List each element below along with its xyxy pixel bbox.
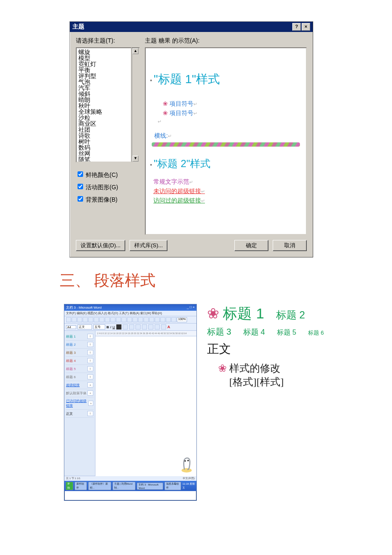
list-item[interactable]: 倾斜 bbox=[78, 91, 129, 97]
list-item[interactable]: 全球策略 bbox=[78, 109, 129, 115]
theme-dialog: 主题 ? × 请选择主题(T): 螺旋 模型 霓虹灯 平衡 评判型 bbox=[69, 21, 313, 257]
list-item[interactable]: 模型 bbox=[78, 55, 129, 61]
list-item[interactable]: 随笔 bbox=[78, 156, 129, 162]
example-body: 正文 bbox=[207, 341, 358, 357]
section-heading: 三、 段落样式 bbox=[60, 270, 392, 291]
list-item[interactable]: 丝网 bbox=[78, 150, 129, 156]
word-title: 文档 3 - Microsoft Word bbox=[66, 305, 101, 310]
sysbuttons-icon[interactable]: _ □ × bbox=[187, 305, 195, 310]
close-icon[interactable]: × bbox=[302, 23, 310, 31]
background-image-checkbox[interactable]: 背景图像(B) bbox=[76, 195, 140, 204]
style-library-button[interactable]: 样式库(S)... bbox=[130, 240, 167, 251]
list-item[interactable]: 数码 bbox=[78, 145, 129, 150]
document-area[interactable] bbox=[95, 336, 196, 476]
dialog-title: 主题 bbox=[72, 23, 84, 31]
ruler: 2 4 6 8 10 12 14 16 18 20 22 24 26 28 30… bbox=[95, 331, 196, 336]
clock: 11:19 星期五 bbox=[182, 482, 195, 490]
preview-heading1: "标题 1"样式 bbox=[150, 71, 302, 87]
style-path: [格式][样式] bbox=[229, 375, 358, 389]
theme-listbox[interactable]: 螺旋 模型 霓虹灯 平衡 评判型 气泡 汽车 倾斜 晴朗 秋叶 全球策略 沙粒 bbox=[76, 47, 132, 162]
return-icon: ↵ bbox=[158, 119, 302, 124]
svg-point-1 bbox=[184, 460, 186, 462]
example-h1: 标题 1 bbox=[207, 304, 264, 324]
preview-label: 主题 糖果 的示范(A): bbox=[145, 37, 307, 45]
checkbox-label: 活动图形(G) bbox=[86, 184, 118, 191]
style-item[interactable]: 标题 5 bbox=[66, 367, 76, 371]
style-item[interactable]: 标题 4 bbox=[66, 358, 76, 363]
select-theme-label: 请选择主题(T): bbox=[76, 37, 140, 45]
start-button[interactable]: 开始 bbox=[66, 482, 73, 490]
preview-visited-link: 访问过的超级链接 bbox=[153, 197, 201, 204]
svg-point-0 bbox=[182, 468, 192, 472]
font-color-icon[interactable]: A bbox=[167, 325, 170, 329]
example-h6: 标题 6 bbox=[308, 329, 324, 337]
help-icon[interactable]: ? bbox=[292, 23, 301, 31]
list-item[interactable]: 晴朗 bbox=[78, 97, 129, 103]
taskbar[interactable]: 开始 课件制作 《课件制作》课程... 主题 | 利用Word制... 文档 3… bbox=[64, 481, 196, 491]
svg-point-2 bbox=[187, 460, 189, 461]
word-menu[interactable]: 文件(F) 编辑(E) 视图(V) 插入(I) 格式(O) 工具(T) 表格(A… bbox=[64, 311, 196, 316]
list-item[interactable]: 平衡 bbox=[78, 67, 129, 73]
zoom-combo[interactable]: 100% bbox=[177, 317, 187, 322]
style-item[interactable]: 默认段落字体 bbox=[66, 391, 86, 396]
list-item[interactable]: 秋叶 bbox=[78, 103, 129, 109]
status-lang: 中文(中国) bbox=[183, 477, 195, 480]
list-item[interactable]: 汽车 bbox=[78, 85, 129, 91]
style-pane[interactable]: 标题 1≡ 标题 2≡ 标题 3≡ 标题 4≡ 标题 5≡ 标题 6≡ 超级链接… bbox=[64, 331, 95, 476]
style-item[interactable]: 标题 2 bbox=[66, 342, 76, 347]
style-item[interactable]: 已访问的超级链接 bbox=[66, 399, 88, 408]
cancel-button[interactable]: 取消 bbox=[273, 240, 307, 251]
style-item[interactable]: 标题 1 bbox=[66, 334, 76, 339]
list-item[interactable]: 树叶 bbox=[78, 139, 129, 145]
list-item[interactable]: 评判型 bbox=[78, 73, 129, 79]
example-h5: 标题 5 bbox=[277, 328, 296, 337]
preview-hr-label: 横线: bbox=[154, 132, 168, 139]
preview-heading2: "标题 2"样式 bbox=[150, 157, 302, 171]
heading-examples: 标题 1 标题 2 标题 3 标题 4 标题 5 标题 6 正文 样式的修改 [… bbox=[207, 304, 358, 501]
list-item[interactable]: 社团 bbox=[78, 127, 129, 133]
task-item[interactable]: 文档 3 - Microsoft Word bbox=[137, 483, 163, 490]
dialog-titlebar: 主题 ? × bbox=[70, 22, 313, 32]
task-item[interactable]: 课件制作 bbox=[75, 482, 87, 490]
size-combo[interactable]: 五号 bbox=[93, 324, 105, 330]
style-item[interactable]: 超级链接 bbox=[66, 383, 80, 387]
word-toolbar[interactable]: 100% bbox=[64, 316, 196, 324]
theme-preview: "标题 1"样式 项目符号↵ 项目符号↵ ↵ 横线:↵ "标题 2"样式 常规文… bbox=[145, 47, 307, 235]
style-a4-combo[interactable]: A4 bbox=[66, 325, 76, 329]
scroll-up-icon[interactable]: ▲ bbox=[133, 48, 138, 54]
ok-button[interactable]: 确定 bbox=[234, 240, 268, 251]
toolbar-icon[interactable] bbox=[66, 317, 71, 322]
style-item[interactable]: 标题 3 bbox=[66, 350, 76, 355]
task-item[interactable]: 主题 | 利用Word制... bbox=[112, 482, 136, 490]
scroll-down-icon[interactable]: ▼ bbox=[133, 156, 138, 162]
checkbox-label: 背景图像(B) bbox=[86, 196, 118, 203]
preview-unvisited-link: 未访问的超级链接 bbox=[153, 188, 201, 194]
preview-hr bbox=[152, 142, 300, 147]
list-item[interactable]: 沙粒 bbox=[78, 115, 129, 121]
word-format-toolbar[interactable]: A4 正文 五号 BIU A bbox=[64, 324, 196, 331]
task-item[interactable]: 瑞星杀毒软件 bbox=[164, 482, 181, 490]
animated-graphics-checkbox[interactable]: 活动图形(G) bbox=[76, 182, 140, 191]
set-default-button[interactable]: 设置默认值(D)... bbox=[76, 240, 125, 251]
scrollbar[interactable]: ▲ ▼ bbox=[132, 47, 140, 162]
word-screenshot: 文档 3 - Microsoft Word _ □ × 文件(F) 编辑(E) … bbox=[64, 304, 197, 501]
preview-normal-text: 常规文字示范 bbox=[153, 178, 189, 185]
style-item[interactable]: 标题 6 bbox=[66, 375, 76, 379]
checkbox-label: 鲜艳颜色(C) bbox=[86, 171, 118, 178]
list-item[interactable]: 霓虹灯 bbox=[78, 61, 129, 67]
list-item[interactable]: 商业区 bbox=[78, 121, 129, 127]
style-combo[interactable]: 正文 bbox=[78, 324, 92, 330]
status-bar: 页 1 节 1 1/1 中文(中国) bbox=[64, 476, 196, 481]
list-item[interactable]: 螺旋 bbox=[78, 49, 129, 55]
list-item[interactable]: 诗歌 bbox=[78, 133, 129, 139]
preview-bullet: 项目符号 bbox=[170, 100, 193, 107]
list-item[interactable]: 气泡 bbox=[78, 79, 129, 85]
clippy-icon[interactable] bbox=[179, 455, 194, 474]
word-titlebar: 文档 3 - Microsoft Word _ □ × bbox=[64, 304, 196, 311]
example-h4: 标题 4 bbox=[243, 327, 265, 337]
task-item[interactable]: 《课件制作》课程... bbox=[88, 482, 111, 490]
example-h3: 标题 3 bbox=[207, 326, 231, 338]
style-modify: 样式的修改 bbox=[218, 361, 358, 375]
style-item[interactable]: 正文 bbox=[66, 411, 73, 416]
vivid-color-checkbox[interactable]: 鲜艳颜色(C) bbox=[76, 170, 140, 179]
